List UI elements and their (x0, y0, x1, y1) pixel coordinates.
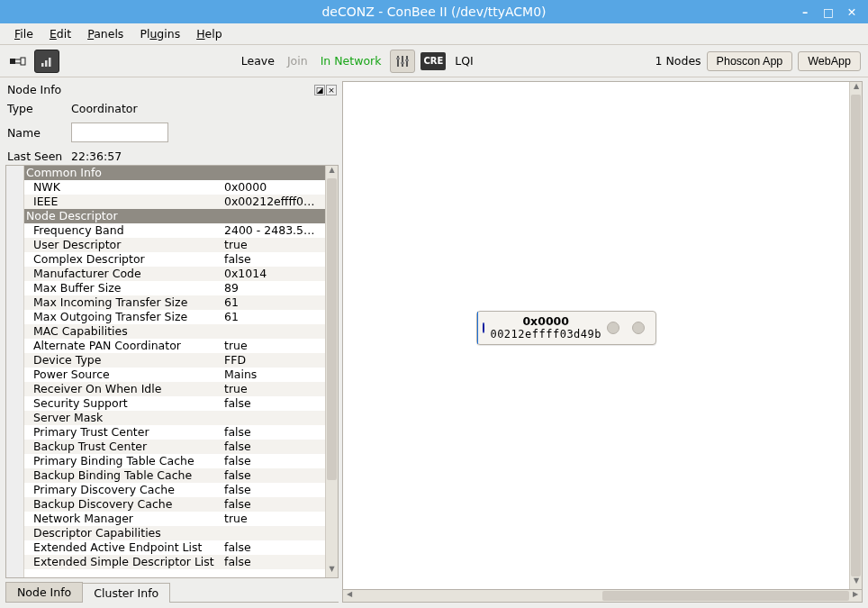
tree-row[interactable]: Extended Active Endpoint Listfalse (24, 540, 325, 555)
panel-tabs: Node Info Cluster Info (5, 582, 339, 603)
maximize-icon[interactable]: □ (821, 5, 836, 19)
tree-value: 89 (224, 281, 325, 295)
tree-row[interactable]: Power SourceMains (24, 368, 325, 382)
tree-value: false (224, 483, 325, 497)
tree-key: Max Incoming Transfer Size (33, 295, 224, 310)
tree-value (224, 324, 325, 339)
tree-row[interactable]: Receiver On When Idletrue (24, 382, 325, 396)
tree-key: Server Mask (33, 411, 224, 425)
tree-value: false (224, 396, 325, 411)
tree-row[interactable]: User Descriptortrue (24, 238, 325, 252)
tree-key: Backup Discovery Cache (33, 497, 224, 512)
menu-panels[interactable]: Panels (80, 25, 131, 42)
type-label: Type (7, 102, 66, 115)
tree-row[interactable]: MAC Capabilities (24, 324, 325, 339)
tree-section[interactable]: Node Descriptor (24, 209, 325, 223)
tree-scrollbar[interactable]: ▲ ▼ (325, 166, 338, 577)
tree-value: true (224, 339, 325, 353)
menu-help[interactable]: Help (189, 25, 230, 42)
node-widget[interactable]: 0x0000 00212effff03d49b (476, 311, 656, 345)
menu-plugins[interactable]: Plugins (132, 25, 187, 42)
tree-key: Network Manager (33, 512, 224, 526)
tree-row[interactable]: Max Buffer Size89 (24, 281, 325, 295)
tree-row[interactable]: Extended Simple Descriptor Listfalse (24, 555, 325, 569)
tree-value: 0x00212effff0… (224, 195, 325, 209)
node-endpoint-icon[interactable] (632, 322, 645, 334)
tree-key: Receiver On When Idle (33, 382, 224, 396)
node-mac: 00212effff03d49b (490, 328, 601, 340)
tree-row[interactable]: Primary Discovery Cachefalse (24, 483, 325, 497)
tree-key: Backup Binding Table Cache (33, 468, 224, 483)
window-title: deCONZ - ConBee II (/dev/ttyACM0) (0, 5, 868, 19)
tree-section[interactable]: Common Info (24, 166, 325, 180)
tree-row[interactable]: Backup Trust Centerfalse (24, 440, 325, 454)
tree-row[interactable]: NWK0x0000 (24, 180, 325, 195)
node-endpoint-icon[interactable] (607, 322, 619, 334)
window-titlebar: deCONZ - ConBee II (/dev/ttyACM0) – □ ✕ (0, 0, 868, 23)
tree-key: Primary Trust Center (33, 425, 224, 440)
plug-icon[interactable] (7, 50, 29, 73)
phoscon-app-button[interactable]: Phoscon App (707, 51, 793, 71)
tree-row[interactable]: Backup Discovery Cachefalse (24, 497, 325, 512)
svg-rect-8 (402, 56, 403, 67)
tree-row[interactable]: Frequency Band2400 - 2483.5… (24, 223, 325, 238)
tree-key: Complex Descriptor (33, 252, 224, 267)
tree-row[interactable]: Manufacturer Code0x1014 (24, 267, 325, 281)
tab-cluster-info[interactable]: Cluster Info (82, 583, 170, 603)
tree-key: MAC Capabilities (33, 324, 224, 339)
tree-row[interactable]: Primary Binding Table Cachefalse (24, 454, 325, 468)
signal-bars-icon[interactable] (34, 50, 59, 73)
tree-row[interactable]: Server Mask (24, 411, 325, 425)
svg-rect-0 (10, 59, 15, 64)
tree-row[interactable]: Primary Trust Centerfalse (24, 425, 325, 440)
tree-row[interactable]: Max Outgoing Transfer Size61 (24, 310, 325, 324)
nodes-count: 1 Nodes (656, 54, 701, 68)
menu-edit[interactable]: Edit (42, 25, 78, 42)
tree-key: Security Support (33, 396, 224, 411)
canvas-vscrollbar[interactable]: ▲▼ (849, 82, 862, 589)
canvas-hscrollbar[interactable]: ◀▶ (342, 590, 863, 603)
svg-rect-4 (41, 63, 44, 67)
tree-value: false (224, 468, 325, 483)
panel-undock-icon[interactable]: ◪ (314, 85, 325, 95)
tree-value: 2400 - 2483.5… (224, 223, 325, 238)
tree-row[interactable]: Security Supportfalse (24, 396, 325, 411)
close-icon[interactable]: ✕ (845, 5, 859, 19)
tree-value: FFD (224, 353, 325, 368)
panel-close-icon[interactable]: × (326, 85, 337, 95)
tree-key: User Descriptor (33, 238, 224, 252)
tree-value: 0x1014 (224, 267, 325, 281)
tree-key: Primary Binding Table Cache (33, 454, 224, 468)
tree-row[interactable]: Complex Descriptorfalse (24, 252, 325, 267)
tree-key: Frequency Band (33, 223, 224, 238)
svg-rect-3 (21, 58, 25, 65)
sliders-icon[interactable] (390, 50, 415, 73)
name-input[interactable] (71, 123, 168, 142)
tree-row[interactable]: Max Incoming Transfer Size61 (24, 295, 325, 310)
leave-button[interactable]: Leave (238, 54, 278, 68)
svg-rect-10 (396, 58, 400, 59)
tree-row[interactable]: Device TypeFFD (24, 353, 325, 368)
network-canvas[interactable]: 0x0000 00212effff03d49b (343, 82, 849, 589)
tree-value (224, 526, 325, 540)
menu-file[interactable]: File (7, 25, 41, 42)
tree-row[interactable]: Network Managertrue (24, 512, 325, 526)
webapp-button[interactable]: WebApp (798, 51, 861, 71)
tree-key: Manufacturer Code (33, 267, 224, 281)
name-label: Name (7, 126, 66, 140)
minimize-icon[interactable]: – (798, 5, 812, 19)
join-button[interactable]: Join (284, 54, 312, 68)
cre-badge[interactable]: CRE (420, 52, 446, 70)
tree-value: 61 (224, 310, 325, 324)
tree-key: Max Outgoing Transfer Size (33, 310, 224, 324)
tree-row[interactable]: IEEE0x00212effff0… (24, 195, 325, 209)
tree-row[interactable]: Descriptor Capabilities (24, 526, 325, 540)
svg-rect-5 (45, 60, 48, 67)
tree-row[interactable]: Alternate PAN Coordinatortrue (24, 339, 325, 353)
tree-row[interactable]: Backup Binding Table Cachefalse (24, 468, 325, 483)
svg-rect-7 (397, 56, 399, 67)
lqi-button[interactable]: LQI (451, 54, 477, 68)
tree-value: false (224, 440, 325, 454)
tree-key: Max Buffer Size (33, 281, 224, 295)
tab-node-info[interactable]: Node Info (5, 582, 83, 602)
